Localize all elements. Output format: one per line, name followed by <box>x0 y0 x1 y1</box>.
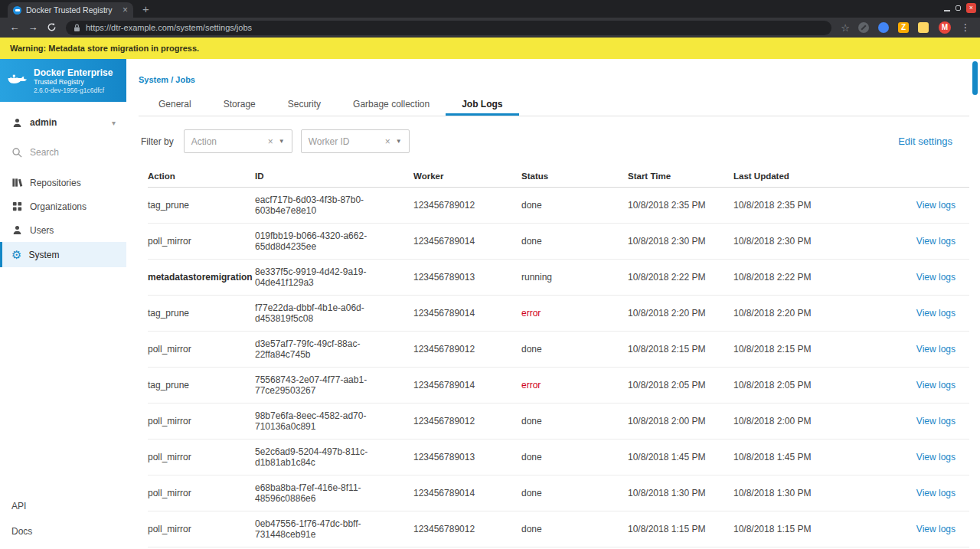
new-tab-button[interactable]: + <box>142 4 149 15</box>
cell-status: done <box>521 452 628 462</box>
reload-icon[interactable] <box>43 20 60 35</box>
browser-tab[interactable]: Docker Trusted Registry × <box>8 2 133 18</box>
cell-action: tag_prune <box>148 308 255 319</box>
sidebar-item-users[interactable]: Users <box>0 218 126 242</box>
tab-close-icon[interactable]: × <box>122 5 128 15</box>
action-filter-placeholder: Action <box>191 136 263 147</box>
col-id: ID <box>255 172 413 181</box>
cell-start-time: 10/8/2018 2:20 PM <box>628 308 733 319</box>
back-icon[interactable]: ← <box>6 20 23 35</box>
view-logs-link[interactable]: View logs <box>916 236 956 247</box>
cell-last-updated: 10/8/2018 2:30 PM <box>733 236 882 247</box>
window-maximize-icon[interactable] <box>956 5 961 11</box>
extension-notes-icon[interactable] <box>918 22 929 33</box>
tab-general[interactable]: General <box>142 95 207 116</box>
cell-worker: 123456789012 <box>413 200 521 211</box>
tab-garbage-collection[interactable]: Garbage collection <box>337 95 446 116</box>
browser-menu-icon[interactable]: ⋮ <box>961 22 970 33</box>
sidebar-search-label: Search <box>30 147 59 158</box>
breadcrumb[interactable]: System / Jobs <box>139 59 980 84</box>
sidebar-docs-link[interactable]: Docs <box>11 526 32 537</box>
docker-whale-icon <box>8 72 28 89</box>
sidebar-item-organizations[interactable]: Organizations <box>0 194 126 218</box>
cell-id: f77e22da-dbbf-4b1e-a06d-d453819f5c08 <box>255 302 413 324</box>
cell-worker: 123456789012 <box>413 524 521 534</box>
view-logs-link[interactable]: View logs <box>916 416 956 426</box>
cell-action: poll_mirror <box>148 524 255 534</box>
organizations-icon <box>11 201 23 212</box>
cell-id: e68ba8ba-f7ef-416e-8f11-48596c0886e6 <box>255 482 413 504</box>
cell-last-updated: 10/8/2018 1:30 PM <box>733 488 882 498</box>
browser-toolbar: ← → https://dtr-example.com/system/setti… <box>0 18 980 38</box>
cell-action: tag_prune <box>148 200 255 211</box>
tab-security[interactable]: Security <box>272 95 337 116</box>
chevron-down-icon: ▾ <box>112 119 116 127</box>
tab-job-logs[interactable]: Job Logs <box>446 95 518 116</box>
users-icon <box>11 224 23 236</box>
cell-status: error <box>521 308 628 319</box>
view-logs-link[interactable]: View logs <box>916 380 956 391</box>
cell-start-time: 10/8/2018 2:05 PM <box>628 380 733 391</box>
table-row: poll_mirror 019fbb19-b066-4320-a662-65dd… <box>148 224 969 260</box>
view-logs-link[interactable]: View logs <box>916 344 956 355</box>
cell-status: running <box>521 272 628 283</box>
cell-status: done <box>521 524 628 534</box>
view-logs-link[interactable]: View logs <box>916 200 956 211</box>
clear-icon[interactable]: × <box>385 136 390 147</box>
cell-id: d3e57af7-79fc-49cf-88ac-22ffa84c745b <box>255 338 413 360</box>
clear-icon[interactable]: × <box>268 136 273 147</box>
cell-last-updated: 10/8/2018 2:05 PM <box>733 380 882 391</box>
sidebar-item-admin[interactable]: admin ▾ <box>0 112 126 133</box>
sidebar-item-search[interactable]: Search <box>0 142 126 163</box>
view-logs-link[interactable]: View logs <box>916 452 956 462</box>
dropdown-caret-icon[interactable]: ▼ <box>396 138 402 145</box>
cell-action: poll_mirror <box>148 416 255 426</box>
forward-icon[interactable]: → <box>24 20 41 35</box>
extension-blocker-icon[interactable] <box>858 22 869 33</box>
table-row: poll_mirror 5e2c6ad9-5204-497b-811c-d1b8… <box>148 440 969 475</box>
cell-last-updated: 10/8/2018 2:35 PM <box>733 200 882 211</box>
sidebar-api-link[interactable]: API <box>11 501 32 511</box>
cell-worker: 123456789013 <box>413 452 521 462</box>
sidebar-repositories-label: Repositories <box>30 178 81 188</box>
cell-worker: 123456789014 <box>413 380 521 391</box>
table-header-row: Action ID Worker Status Start Time Last … <box>148 165 969 188</box>
sidebar-item-system[interactable]: ⚙ System <box>0 242 126 267</box>
sidebar-item-repositories[interactable]: Repositories <box>0 171 126 194</box>
cell-last-updated: 10/8/2018 2:20 PM <box>733 308 882 319</box>
sidebar-footer: API Docs <box>11 501 32 537</box>
worker-filter-dropdown[interactable]: Worker ID × ▼ <box>301 129 410 153</box>
extension-blue-icon[interactable] <box>878 22 889 33</box>
cell-action: poll_mirror <box>148 344 255 355</box>
col-last-updated: Last Updated <box>733 172 882 181</box>
cell-id: 0eb47556-1f76-47dc-bbff-731448ceb91e <box>255 518 413 540</box>
view-logs-link[interactable]: View logs <box>916 308 956 319</box>
action-filter-dropdown[interactable]: Action × ▼ <box>184 129 292 153</box>
window-close-icon[interactable]: × <box>966 3 976 13</box>
address-bar[interactable]: https://dtr-example.com/system/settings/… <box>66 21 831 35</box>
cell-id: 98b7e6fa-8eec-4582-ad70-710136a0c891 <box>255 410 413 432</box>
view-logs-link[interactable]: View logs <box>916 524 956 534</box>
edit-settings-link[interactable]: Edit settings <box>898 136 952 147</box>
dropdown-caret-icon[interactable]: ▼ <box>279 138 285 145</box>
profile-avatar[interactable]: M <box>939 21 951 34</box>
scrollbar-thumb[interactable] <box>972 61 978 95</box>
cell-action: poll_mirror <box>148 236 255 247</box>
table-row: tag_prune eacf717b-6d03-4f3b-87b0-603b4e… <box>148 188 969 224</box>
cell-worker: 123456789012 <box>413 416 521 426</box>
view-logs-link[interactable]: View logs <box>916 272 956 283</box>
cell-status: done <box>521 236 628 247</box>
vertical-scrollbar[interactable] <box>972 61 978 547</box>
brand-version: 2.6.0-dev-1956-g1c6dfcf <box>34 87 113 94</box>
tab-storage[interactable]: Storage <box>207 95 272 116</box>
extension-z-icon[interactable]: Z <box>898 22 909 33</box>
settings-tabs: General Storage Security Garbage collect… <box>139 95 969 116</box>
cell-worker: 123456789014 <box>413 488 521 498</box>
view-logs-link[interactable]: View logs <box>916 488 956 498</box>
window-controls: × <box>944 3 976 13</box>
bookmark-star-icon[interactable]: ☆ <box>841 22 850 34</box>
window-minimize-icon[interactable] <box>944 10 950 11</box>
cell-start-time: 10/8/2018 1:45 PM <box>628 452 733 462</box>
table-row: metadatastoremigration 8e337f5c-9919-4d4… <box>148 260 969 296</box>
cell-status: done <box>521 416 628 426</box>
